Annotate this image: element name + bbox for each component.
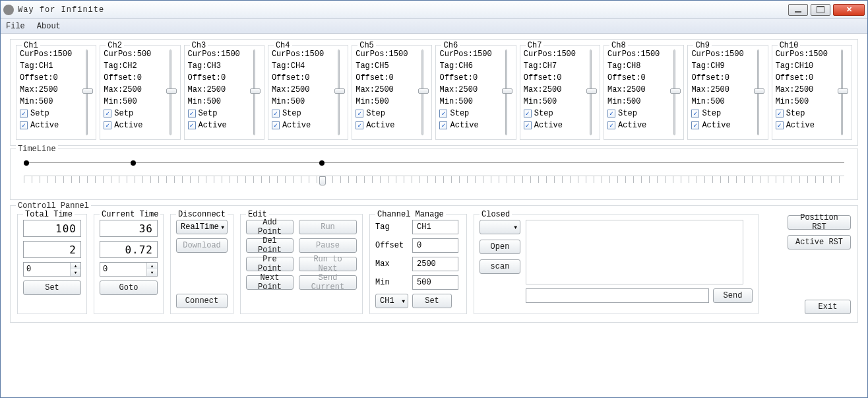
slider-thumb[interactable] (754, 88, 764, 94)
active-checkbox[interactable]: Active (104, 121, 162, 130)
run-button[interactable]: Run (299, 220, 357, 234)
send-input[interactable] (526, 288, 709, 303)
send-current-button[interactable]: Send Current (299, 275, 357, 290)
step-checkbox[interactable]: Step (524, 109, 582, 118)
slider-thumb[interactable] (838, 88, 848, 94)
open-button[interactable]: Open (480, 240, 520, 254)
tag-input[interactable]: CH1 (412, 220, 458, 234)
slider-thumb[interactable] (82, 88, 93, 94)
slider-thumb[interactable] (334, 88, 345, 94)
min-input[interactable]: 500 (412, 275, 458, 290)
current-time-spin[interactable]: 0 ▲▼ (100, 262, 158, 277)
channel-label: Ch5 (357, 41, 376, 50)
channel-slider[interactable] (165, 50, 177, 135)
max-value: Max:2500 (776, 85, 834, 94)
chevron-down-icon[interactable]: ▼ (71, 269, 80, 276)
channel-slider[interactable] (584, 50, 596, 135)
step-checkbox[interactable]: Setp (188, 109, 246, 118)
checkmark-icon (272, 110, 280, 117)
minimize-button[interactable] (788, 4, 808, 16)
step-checkbox[interactable]: Step (272, 109, 330, 118)
active-checkbox[interactable]: Active (607, 121, 666, 130)
maximize-button[interactable] (811, 4, 830, 16)
max-input[interactable]: 2500 (412, 257, 458, 271)
slider-thumb[interactable] (502, 88, 512, 94)
menu-file[interactable]: File (6, 22, 25, 31)
pre-point-button[interactable]: Pre Point (246, 257, 294, 271)
timeline-keyframe[interactable] (131, 160, 136, 166)
channel-slider[interactable] (753, 50, 764, 135)
channel-slider[interactable] (501, 50, 512, 135)
position-rst-button[interactable]: Position RST (788, 215, 851, 230)
run-to-next-button[interactable]: Run to Next (299, 257, 357, 271)
current-time-value-2[interactable]: 0.72 (100, 241, 158, 258)
exit-button[interactable]: Exit (805, 300, 851, 314)
total-time-spin[interactable]: 0 ▲▼ (23, 262, 81, 277)
send-button[interactable]: Send (713, 288, 753, 303)
step-checkbox[interactable]: Step (356, 109, 414, 118)
active-checkbox[interactable]: Active (356, 121, 414, 130)
offset-input[interactable]: 0 (412, 238, 458, 253)
channel-slider[interactable] (836, 50, 848, 135)
max-value: Max:2500 (356, 85, 414, 94)
next-point-button[interactable]: Next Point (246, 275, 294, 290)
menu-about[interactable]: About (37, 22, 61, 31)
channel-slider[interactable] (668, 50, 680, 135)
channel-slider[interactable] (80, 50, 92, 135)
active-checkbox[interactable]: Active (439, 121, 497, 130)
active-checkbox[interactable]: Active (272, 121, 330, 130)
port-combo[interactable]: ▼ (480, 220, 520, 234)
pause-button[interactable]: Pause (299, 238, 357, 253)
goto-button[interactable]: Goto (100, 281, 158, 295)
timeline-thumb[interactable] (319, 176, 326, 185)
max-label: Max (375, 259, 408, 269)
active-checkbox[interactable]: Active (524, 121, 582, 130)
channel-set-button[interactable]: Set (412, 294, 452, 308)
total-time-value-2[interactable]: 2 (23, 241, 81, 258)
channel-slider[interactable] (249, 50, 261, 135)
active-checkbox[interactable]: Active (20, 121, 78, 130)
max-value: Max:2500 (439, 85, 497, 94)
chevron-up-icon[interactable]: ▲ (71, 263, 80, 269)
slider-thumb[interactable] (166, 88, 177, 94)
active-checkbox[interactable]: Active (188, 121, 246, 130)
active-checkbox[interactable]: Active (691, 121, 749, 130)
total-time-value-1[interactable]: 100 (23, 220, 81, 237)
min-value: Min:500 (524, 97, 582, 106)
active-checkbox[interactable]: Active (776, 121, 834, 130)
chevron-up-icon[interactable]: ▲ (147, 263, 157, 269)
step-checkbox[interactable]: Step (691, 109, 749, 118)
step-checkbox[interactable]: Step (607, 109, 666, 118)
channel-select[interactable]: CH1▼ (375, 294, 408, 308)
channel-slider[interactable] (332, 50, 344, 135)
tag-value: Tag:CH6 (439, 61, 497, 71)
del-point-button[interactable]: Del Point (246, 238, 294, 253)
timeline-keyframe[interactable] (24, 160, 29, 166)
timeline-slider[interactable] (24, 176, 844, 187)
mode-combo[interactable]: RealTime▼ (176, 220, 228, 234)
log-textarea[interactable] (526, 220, 743, 284)
scan-button[interactable]: scan (480, 259, 520, 274)
current-time-value-1[interactable]: 36 (100, 220, 158, 237)
step-checkbox[interactable]: Setp (20, 109, 78, 118)
active-rst-button[interactable]: Active RST (788, 235, 851, 249)
slider-thumb[interactable] (418, 88, 429, 94)
slider-thumb[interactable] (670, 88, 681, 94)
step-checkbox[interactable]: Step (439, 109, 497, 118)
min-value: Min:500 (691, 97, 749, 106)
set-button[interactable]: Set (23, 281, 81, 295)
download-button[interactable]: Download (176, 238, 228, 253)
timeline-track[interactable] (24, 162, 844, 173)
channel-label: Ch9 (693, 41, 712, 50)
chevron-down-icon[interactable]: ▼ (147, 269, 157, 276)
add-point-button[interactable]: Add Point (246, 220, 294, 234)
slider-thumb[interactable] (586, 88, 597, 94)
step-checkbox[interactable]: Step (776, 109, 834, 118)
channel-slider[interactable] (416, 50, 428, 135)
chevron-down-icon: ▼ (402, 298, 405, 304)
connect-button[interactable]: Connect (176, 294, 228, 308)
slider-thumb[interactable] (250, 88, 261, 94)
close-button[interactable] (833, 4, 865, 16)
timeline-keyframe[interactable] (319, 160, 325, 166)
step-checkbox[interactable]: Setp (104, 109, 162, 118)
